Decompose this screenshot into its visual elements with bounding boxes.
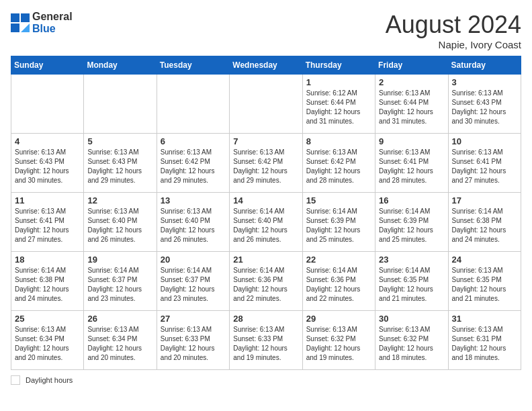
calendar-cell: 2Sunrise: 6:13 AM Sunset: 6:44 PM Daylig… bbox=[375, 75, 448, 134]
calendar-cell: 6Sunrise: 6:13 AM Sunset: 6:42 PM Daylig… bbox=[157, 134, 229, 193]
day-number: 14 bbox=[233, 195, 298, 205]
calendar-cell: 20Sunrise: 6:14 AM Sunset: 6:37 PM Dayli… bbox=[157, 252, 229, 311]
calendar-cell: 7Sunrise: 6:13 AM Sunset: 6:42 PM Daylig… bbox=[230, 134, 302, 193]
day-number: 11 bbox=[15, 195, 80, 205]
day-info: Sunrise: 6:13 AM Sunset: 6:40 PM Dayligh… bbox=[161, 207, 226, 244]
calendar-cell: 1Sunrise: 6:12 AM Sunset: 6:44 PM Daylig… bbox=[302, 75, 375, 134]
calendar-cell bbox=[11, 75, 84, 134]
calendar-week-row: 18Sunrise: 6:14 AM Sunset: 6:38 PM Dayli… bbox=[11, 252, 521, 311]
calendar-cell: 24Sunrise: 6:13 AM Sunset: 6:35 PM Dayli… bbox=[448, 252, 521, 311]
day-number: 9 bbox=[379, 136, 444, 146]
calendar-cell: 10Sunrise: 6:13 AM Sunset: 6:41 PM Dayli… bbox=[448, 134, 521, 193]
day-number: 24 bbox=[452, 255, 517, 265]
page-header: General Blue August 2024 Napie, Ivory Co… bbox=[11, 11, 521, 50]
calendar-cell: 15Sunrise: 6:14 AM Sunset: 6:39 PM Dayli… bbox=[302, 193, 375, 252]
day-number: 27 bbox=[161, 314, 226, 324]
day-info: Sunrise: 6:13 AM Sunset: 6:43 PM Dayligh… bbox=[15, 148, 80, 185]
calendar-cell: 31Sunrise: 6:13 AM Sunset: 6:31 PM Dayli… bbox=[448, 311, 521, 370]
day-number: 20 bbox=[161, 255, 226, 265]
calendar-cell: 30Sunrise: 6:13 AM Sunset: 6:32 PM Dayli… bbox=[375, 311, 448, 370]
day-info: Sunrise: 6:13 AM Sunset: 6:41 PM Dayligh… bbox=[452, 148, 517, 185]
calendar-cell: 3Sunrise: 6:13 AM Sunset: 6:43 PM Daylig… bbox=[448, 75, 521, 134]
day-number: 25 bbox=[15, 314, 80, 324]
weekday-header: Monday bbox=[84, 56, 157, 75]
day-number: 4 bbox=[15, 136, 80, 146]
day-info: Sunrise: 6:14 AM Sunset: 6:36 PM Dayligh… bbox=[306, 266, 371, 304]
day-number: 8 bbox=[306, 136, 371, 146]
calendar-cell: 28Sunrise: 6:13 AM Sunset: 6:33 PM Dayli… bbox=[230, 311, 302, 370]
daylight-box-icon bbox=[11, 375, 20, 385]
day-info: Sunrise: 6:14 AM Sunset: 6:37 PM Dayligh… bbox=[87, 266, 152, 304]
calendar-cell: 29Sunrise: 6:13 AM Sunset: 6:32 PM Dayli… bbox=[302, 311, 375, 370]
daylight-label: Daylight hours bbox=[26, 376, 73, 384]
day-number: 18 bbox=[15, 255, 80, 265]
day-info: Sunrise: 6:13 AM Sunset: 6:43 PM Dayligh… bbox=[87, 148, 152, 185]
day-number: 7 bbox=[233, 136, 298, 146]
calendar-cell: 21Sunrise: 6:14 AM Sunset: 6:36 PM Dayli… bbox=[230, 252, 302, 311]
calendar-cell: 27Sunrise: 6:13 AM Sunset: 6:33 PM Dayli… bbox=[157, 311, 229, 370]
weekday-header: Tuesday bbox=[157, 56, 229, 75]
day-info: Sunrise: 6:13 AM Sunset: 6:42 PM Dayligh… bbox=[161, 148, 226, 185]
day-number: 22 bbox=[306, 255, 371, 265]
day-number: 21 bbox=[233, 255, 298, 265]
day-number: 28 bbox=[233, 314, 298, 324]
day-number: 1 bbox=[306, 77, 371, 87]
day-number: 30 bbox=[379, 314, 444, 324]
logo-text: General Blue bbox=[32, 11, 73, 35]
day-number: 13 bbox=[161, 195, 226, 205]
calendar-cell: 25Sunrise: 6:13 AM Sunset: 6:34 PM Dayli… bbox=[11, 311, 84, 370]
calendar-header-row: SundayMondayTuesdayWednesdayThursdayFrid… bbox=[11, 56, 521, 75]
location: Napie, Ivory Coast bbox=[386, 39, 521, 50]
day-info: Sunrise: 6:13 AM Sunset: 6:42 PM Dayligh… bbox=[306, 148, 371, 185]
day-info: Sunrise: 6:13 AM Sunset: 6:32 PM Dayligh… bbox=[379, 325, 444, 363]
svg-marker-3 bbox=[21, 24, 30, 32]
day-number: 2 bbox=[379, 77, 444, 87]
day-number: 16 bbox=[379, 195, 444, 205]
calendar-cell: 12Sunrise: 6:13 AM Sunset: 6:40 PM Dayli… bbox=[84, 193, 157, 252]
day-info: Sunrise: 6:13 AM Sunset: 6:42 PM Dayligh… bbox=[233, 148, 298, 185]
calendar-body: 1Sunrise: 6:12 AM Sunset: 6:44 PM Daylig… bbox=[11, 75, 521, 370]
day-info: Sunrise: 6:14 AM Sunset: 6:40 PM Dayligh… bbox=[233, 207, 298, 244]
day-info: Sunrise: 6:13 AM Sunset: 6:31 PM Dayligh… bbox=[452, 325, 517, 363]
day-number: 23 bbox=[379, 255, 444, 265]
day-number: 12 bbox=[87, 195, 152, 205]
day-info: Sunrise: 6:14 AM Sunset: 6:38 PM Dayligh… bbox=[452, 207, 517, 244]
day-number: 17 bbox=[452, 195, 517, 205]
day-number: 3 bbox=[452, 77, 517, 87]
weekday-header: Wednesday bbox=[230, 56, 302, 75]
day-number: 19 bbox=[87, 255, 152, 265]
weekday-header: Friday bbox=[375, 56, 448, 75]
svg-rect-2 bbox=[11, 24, 19, 32]
day-info: Sunrise: 6:14 AM Sunset: 6:39 PM Dayligh… bbox=[379, 207, 444, 244]
weekday-header: Sunday bbox=[11, 56, 84, 75]
day-info: Sunrise: 6:14 AM Sunset: 6:37 PM Dayligh… bbox=[161, 266, 226, 304]
day-info: Sunrise: 6:13 AM Sunset: 6:41 PM Dayligh… bbox=[379, 148, 444, 185]
footer: Daylight hours bbox=[11, 375, 521, 385]
day-info: Sunrise: 6:13 AM Sunset: 6:32 PM Dayligh… bbox=[306, 325, 371, 363]
calendar-cell: 5Sunrise: 6:13 AM Sunset: 6:43 PM Daylig… bbox=[84, 134, 157, 193]
calendar-cell: 13Sunrise: 6:13 AM Sunset: 6:40 PM Dayli… bbox=[157, 193, 229, 252]
day-info: Sunrise: 6:13 AM Sunset: 6:40 PM Dayligh… bbox=[87, 207, 152, 244]
calendar-cell: 26Sunrise: 6:13 AM Sunset: 6:34 PM Dayli… bbox=[84, 311, 157, 370]
day-info: Sunrise: 6:14 AM Sunset: 6:35 PM Dayligh… bbox=[379, 266, 444, 304]
weekday-header: Saturday bbox=[448, 56, 521, 75]
calendar-cell: 8Sunrise: 6:13 AM Sunset: 6:42 PM Daylig… bbox=[302, 134, 375, 193]
day-number: 15 bbox=[306, 195, 371, 205]
day-number: 5 bbox=[87, 136, 152, 146]
day-info: Sunrise: 6:13 AM Sunset: 6:41 PM Dayligh… bbox=[15, 207, 80, 244]
calendar-week-row: 4Sunrise: 6:13 AM Sunset: 6:43 PM Daylig… bbox=[11, 134, 521, 193]
calendar-cell bbox=[230, 75, 302, 134]
day-info: Sunrise: 6:13 AM Sunset: 6:35 PM Dayligh… bbox=[452, 266, 517, 304]
calendar-cell: 22Sunrise: 6:14 AM Sunset: 6:36 PM Dayli… bbox=[302, 252, 375, 311]
logo: General Blue bbox=[11, 11, 73, 35]
day-info: Sunrise: 6:13 AM Sunset: 6:34 PM Dayligh… bbox=[15, 325, 80, 363]
day-number: 10 bbox=[452, 136, 517, 146]
day-info: Sunrise: 6:13 AM Sunset: 6:33 PM Dayligh… bbox=[233, 325, 298, 363]
calendar-cell: 14Sunrise: 6:14 AM Sunset: 6:40 PM Dayli… bbox=[230, 193, 302, 252]
weekday-header: Thursday bbox=[302, 56, 375, 75]
calendar-cell: 4Sunrise: 6:13 AM Sunset: 6:43 PM Daylig… bbox=[11, 134, 84, 193]
calendar-cell: 9Sunrise: 6:13 AM Sunset: 6:41 PM Daylig… bbox=[375, 134, 448, 193]
day-info: Sunrise: 6:14 AM Sunset: 6:36 PM Dayligh… bbox=[233, 266, 298, 304]
svg-rect-1 bbox=[21, 13, 30, 22]
calendar-week-row: 1Sunrise: 6:12 AM Sunset: 6:44 PM Daylig… bbox=[11, 75, 521, 134]
